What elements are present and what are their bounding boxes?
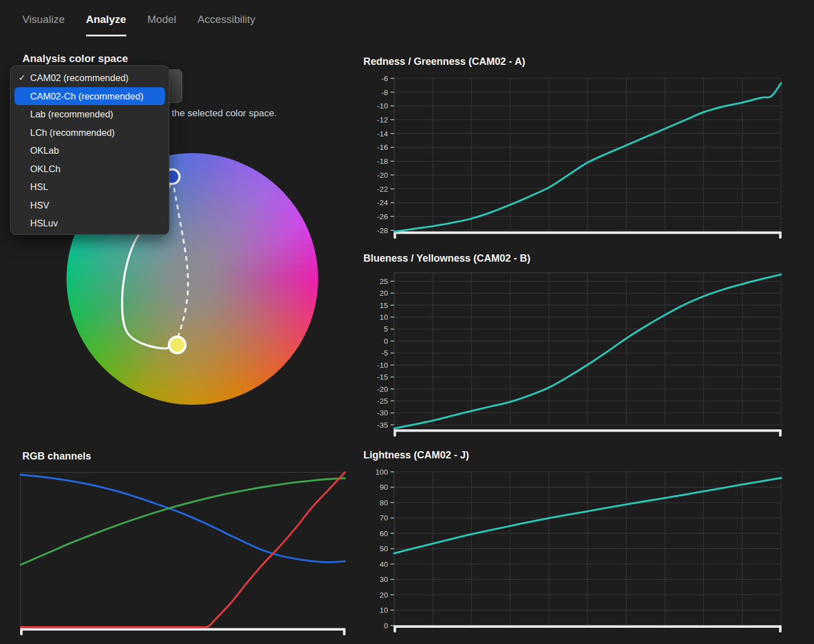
chart-redness-greenness: -6-8-10-12-14-16-18-20-22-24-26-28 (358, 73, 789, 243)
tab-visualize[interactable]: Visualize (22, 13, 65, 36)
svg-text:50: 50 (380, 544, 388, 553)
svg-text:90: 90 (380, 483, 388, 491)
checkmark-icon: ✓ (18, 69, 26, 87)
svg-text:-28: -28 (377, 226, 388, 235)
option-lch[interactable]: LCh (recommended) (11, 124, 169, 142)
analysis-color-space-heading: Analysis color space (22, 53, 128, 65)
svg-text:0: 0 (384, 337, 388, 345)
svg-text:-20: -20 (377, 171, 388, 179)
option-hsl[interactable]: HSL (11, 178, 169, 196)
svg-text:-26: -26 (377, 212, 388, 221)
svg-text:10: 10 (380, 313, 388, 321)
option-oklab[interactable]: OKLab (11, 141, 169, 160)
svg-text:25: 25 (380, 277, 388, 286)
chart-lightness: 1009080706050403020100 (358, 467, 789, 637)
path-end-marker[interactable] (169, 337, 186, 353)
hue-path-dashed (173, 180, 188, 337)
chart-title-rgb-channels: RGB channels (22, 451, 91, 462)
svg-text:20: 20 (380, 289, 388, 297)
svg-text:-5: -5 (381, 349, 388, 357)
svg-text:-20: -20 (377, 385, 388, 394)
chart-blueness-yellowness: 2520151050-5-10-15-20-25-30-35 (358, 269, 789, 439)
tab-analyze[interactable]: Analyze (86, 13, 126, 36)
chart-title-blueness-yellowness: Blueness / Yellowness (CAM02 - B) (363, 253, 531, 264)
svg-text:100: 100 (375, 468, 388, 476)
svg-text:0: 0 (384, 622, 388, 630)
svg-text:-22: -22 (377, 185, 388, 193)
svg-text:-10: -10 (377, 361, 388, 370)
chart-title-lightness: Lightness (CAM02 - J) (363, 449, 469, 461)
analyze-page: { "tabs":[ {"label":"Visualize","active"… (0, 0, 814, 644)
svg-text:10: 10 (380, 606, 388, 614)
tab-model[interactable]: Model (148, 13, 177, 36)
option-cam02[interactable]: ✓ CAM02 (recommended) (11, 69, 169, 87)
color-space-option-list: ✓ CAM02 (recommended) CAM02-Ch (recommen… (11, 69, 169, 233)
chart-title-redness-greenness: Redness / Greenness (CAM02 - A) (363, 56, 525, 68)
svg-text:40: 40 (380, 560, 388, 569)
svg-text:80: 80 (380, 499, 388, 507)
svg-text:-6: -6 (381, 74, 388, 83)
option-oklch[interactable]: OKLCh (11, 160, 169, 178)
option-hsv[interactable]: HSV (11, 196, 169, 215)
option-cam02-ch[interactable]: CAM02-Ch (recommended) (15, 87, 165, 106)
svg-text:15: 15 (380, 301, 388, 310)
option-hsluv[interactable]: HSLuv (11, 214, 169, 233)
svg-text:-10: -10 (377, 102, 388, 110)
svg-text:-8: -8 (381, 88, 388, 97)
svg-text:-25: -25 (377, 397, 388, 405)
svg-text:-12: -12 (377, 116, 388, 124)
svg-text:20: 20 (380, 591, 388, 599)
color-space-dropdown-popup: ✓ CAM02 (recommended) CAM02-Ch (recommen… (10, 65, 169, 235)
svg-text:70: 70 (380, 514, 388, 522)
svg-text:-15: -15 (377, 373, 388, 381)
svg-text:-24: -24 (377, 198, 388, 207)
svg-text:-18: -18 (377, 157, 388, 165)
svg-text:5: 5 (384, 325, 388, 333)
svg-text:30: 30 (380, 575, 388, 584)
svg-text:-16: -16 (377, 143, 388, 151)
option-lab[interactable]: Lab (recommended) (11, 105, 169, 124)
color-space-description: the selected color space. (172, 108, 277, 119)
svg-text:-30: -30 (377, 409, 388, 417)
top-tab-bar: Visualize Analyze Model Accessibility (22, 13, 255, 36)
svg-text:60: 60 (380, 529, 388, 538)
svg-text:-35: -35 (377, 421, 388, 429)
chart-rgb-channels (17, 467, 352, 642)
svg-text:-14: -14 (377, 130, 388, 138)
tab-accessibility[interactable]: Accessibility (197, 13, 255, 36)
